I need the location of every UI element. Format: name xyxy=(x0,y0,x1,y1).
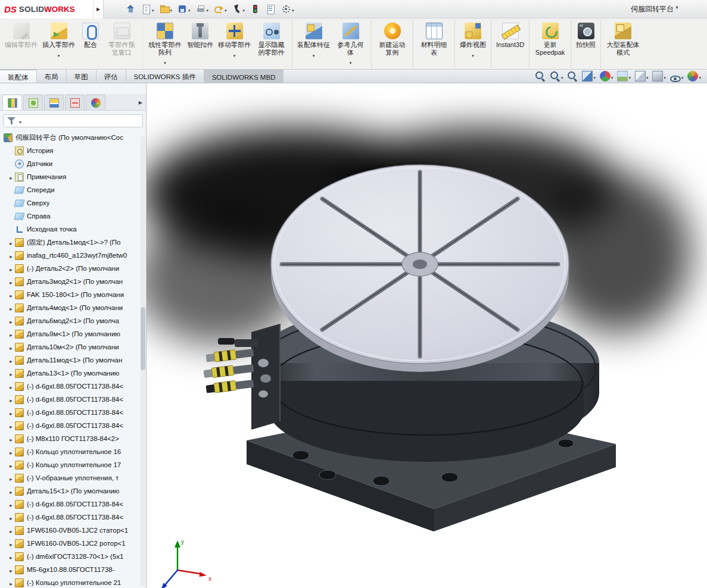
display-style-icon[interactable] xyxy=(652,71,666,82)
appearances-icon[interactable] xyxy=(600,71,613,82)
print-icon[interactable] xyxy=(194,2,211,15)
graphics-viewport[interactable]: y x z xyxy=(147,83,707,588)
expand-arrow-icon[interactable] xyxy=(7,342,15,352)
dropdown-caret-icon[interactable] xyxy=(663,71,666,82)
ribbon-linear-pattern-button[interactable]: 线性零部件阵列 xyxy=(145,20,185,69)
save-icon[interactable] xyxy=(176,2,192,15)
tree-item[interactable]: (-) d-6gxl.88.05ГОСТ11738-84< xyxy=(0,393,146,406)
options-icon[interactable] xyxy=(279,2,296,15)
ribbon-large-assembly-mode-button[interactable]: 大型装配体模式 xyxy=(603,20,643,69)
panel-tab-configurations[interactable] xyxy=(44,95,64,110)
filter-dropdown-icon[interactable] xyxy=(19,115,21,126)
tree-item[interactable]: (-) Деталь2<2> (По умолчани xyxy=(0,262,146,275)
tree-item[interactable]: (-) d-6gxl.88.05ГОСТ11738-84< xyxy=(0,498,146,511)
ribbon-edit-component-button[interactable]: 编辑零部件 xyxy=(2,20,40,69)
tree-item[interactable]: (-) Кольцо уплотнительное 21 xyxy=(0,576,146,588)
solidworks-logo[interactable]: DS SOLID WORKS xyxy=(0,0,94,18)
expand-arrow-icon[interactable] xyxy=(7,512,15,523)
zoom-to-fit-icon[interactable] xyxy=(535,71,546,82)
ribbon-show-hidden-button[interactable]: 显示隐藏的零部件 xyxy=(253,20,292,69)
dropdown-caret-icon[interactable] xyxy=(188,4,191,14)
tree-item[interactable]: Справа xyxy=(0,209,146,223)
expand-arrow-icon[interactable] xyxy=(7,237,15,248)
tree-item[interactable]: Деталь11мод<1> (По умолчан xyxy=(0,354,146,367)
expand-arrow-icon[interactable] xyxy=(7,486,15,496)
expand-arrow-icon[interactable] xyxy=(7,171,15,182)
tree-item[interactable]: (-) d-6gxl.88.05ГОСТ11738-84< xyxy=(0,380,146,393)
tree-item[interactable]: (-) d-6gxl.88.05ГОСТ11738-84< xyxy=(0,406,146,419)
tree-item[interactable]: Деталь4мод<1> (По умолчани xyxy=(0,301,146,314)
tree-item[interactable]: FAK 150-180<1> (По умолчани xyxy=(0,288,146,301)
dropdown-caret-icon[interactable] xyxy=(472,49,474,60)
dropdown-caret-icon[interactable] xyxy=(206,4,209,14)
home-icon[interactable] xyxy=(124,3,138,15)
dropdown-caret-icon[interactable] xyxy=(628,71,631,82)
dropdown-caret-icon[interactable] xyxy=(681,71,684,82)
expand-arrow-icon[interactable] xyxy=(7,564,15,575)
tree-item[interactable]: Примечания xyxy=(0,170,146,183)
panel-tab-properties[interactable] xyxy=(23,95,43,110)
rebuild-icon[interactable] xyxy=(248,3,262,15)
3d-model[interactable]: y x z xyxy=(147,83,707,588)
panel-flyout-arrow-icon[interactable] xyxy=(139,96,142,107)
tree-item[interactable]: Исходная точка xyxy=(0,223,146,236)
ribbon-move-component-button[interactable]: 移动零部件 xyxy=(216,20,253,69)
tree-item[interactable]: Деталь3мод2<1> (По умолчан xyxy=(0,275,146,288)
previous-view-icon[interactable] xyxy=(567,71,578,82)
expand-arrow-icon[interactable] xyxy=(7,459,15,470)
dropdown-caret-icon[interactable] xyxy=(233,49,236,60)
dropdown-caret-icon[interactable] xyxy=(646,71,649,82)
tree-item[interactable]: (-) V-образные уплотнения, т xyxy=(0,471,146,484)
undo-icon[interactable] xyxy=(212,2,229,15)
open-document-icon[interactable] xyxy=(158,2,175,15)
dropdown-caret-icon[interactable] xyxy=(242,4,245,14)
tree-item[interactable]: (固定) Деталь1мод<1>->? (По xyxy=(0,236,146,249)
expand-arrow-icon[interactable] xyxy=(7,473,15,483)
expand-arrow-icon[interactable] xyxy=(7,250,15,261)
tree-item[interactable]: Датчики xyxy=(0,157,146,170)
expand-arrow-icon[interactable] xyxy=(7,499,15,509)
expand-arrow-icon[interactable] xyxy=(7,276,15,287)
tree-item[interactable]: (-) dm6xlГОСТ3128-70<1> (5x1 xyxy=(0,550,146,563)
tree-scrollbar-thumb[interactable] xyxy=(141,307,145,370)
dropdown-caret-icon[interactable] xyxy=(58,49,60,60)
tab-assembly[interactable]: 装配体 xyxy=(0,70,37,83)
panel-tab-features[interactable] xyxy=(2,95,22,110)
expand-arrow-icon[interactable] xyxy=(7,355,15,365)
panel-tab-dimxpert[interactable] xyxy=(65,95,85,110)
expand-arrow-icon[interactable] xyxy=(7,394,15,405)
tab-mbd[interactable]: SOLIDWORKS MBD xyxy=(204,70,284,83)
ribbon-instant3d-button[interactable]: Instant3D xyxy=(494,20,530,69)
tree-item[interactable]: Деталь9м<1> (По умолчанию xyxy=(0,327,146,340)
menu-flyout-arrow-icon[interactable] xyxy=(94,0,104,18)
dropdown-caret-icon[interactable] xyxy=(164,56,166,67)
new-document-icon[interactable] xyxy=(139,2,156,15)
expand-arrow-icon[interactable] xyxy=(7,577,15,588)
ribbon-reference-geometry-button[interactable]: 参考几何体 xyxy=(332,20,372,69)
expand-arrow-icon[interactable] xyxy=(7,551,15,562)
ribbon-snapshot-button[interactable]: 拍快照 xyxy=(574,20,601,69)
expand-arrow-icon[interactable] xyxy=(7,289,15,300)
tab-addins[interactable]: SOLIDWORKS 插件 xyxy=(126,70,204,83)
dropdown-caret-icon[interactable] xyxy=(698,71,701,82)
tab-layout[interactable]: 布局 xyxy=(37,70,67,83)
ribbon-update-speedpak-button[interactable]: 更新 Speedpak xyxy=(532,20,571,69)
tree-item[interactable]: 1FW6160-0VB05-1JC2 ротор<1 xyxy=(0,537,146,550)
view-orientation-icon[interactable] xyxy=(635,71,649,82)
expand-arrow-icon[interactable] xyxy=(7,525,15,536)
dropdown-caret-icon[interactable] xyxy=(560,71,563,82)
expand-arrow-icon[interactable] xyxy=(7,263,15,274)
expand-arrow-icon[interactable] xyxy=(7,329,15,339)
expand-arrow-icon[interactable] xyxy=(7,538,15,549)
ribbon-mate-button[interactable]: 配合 xyxy=(77,20,104,69)
section-view-icon[interactable] xyxy=(582,71,596,82)
tree-item[interactable]: Деталь6мод2<1> (По умолча xyxy=(0,314,146,327)
tree-item[interactable]: Деталь15<1> (По умолчанию xyxy=(0,484,146,498)
dropdown-caret-icon[interactable] xyxy=(151,4,154,14)
tree-item[interactable]: (-) Кольцо уплотнительное 17 xyxy=(0,458,146,471)
dropdown-caret-icon[interactable] xyxy=(170,4,173,14)
tree-item[interactable]: (-) d-6gxl.88.05ГОСТ11738-84< xyxy=(0,511,146,524)
tree-item[interactable]: Сверху xyxy=(0,196,146,209)
tree-item[interactable]: (-) M8x110 ГОСТ11738-84<2> xyxy=(0,432,146,445)
dropdown-caret-icon[interactable] xyxy=(291,4,294,14)
